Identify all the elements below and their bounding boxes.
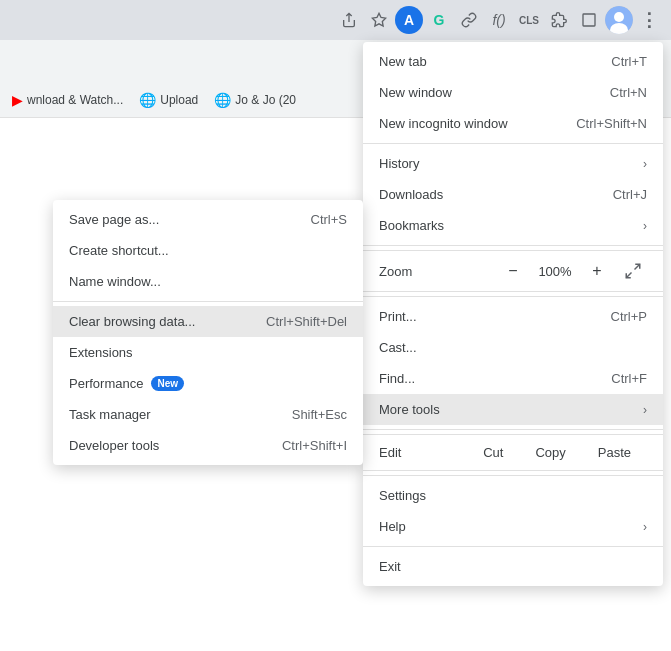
- svg-line-6: [626, 273, 631, 278]
- create-shortcut-item[interactable]: Create shortcut...: [53, 235, 363, 266]
- zoom-fullscreen-button[interactable]: [619, 257, 647, 285]
- chrome-window-icon[interactable]: [575, 6, 603, 34]
- print-item[interactable]: Print... Ctrl+P: [363, 301, 663, 332]
- more-tools-item[interactable]: More tools ›: [363, 394, 663, 425]
- bookmarks-item[interactable]: Bookmarks ›: [363, 210, 663, 241]
- star-icon[interactable]: [365, 6, 393, 34]
- math-icon[interactable]: f(): [485, 6, 513, 34]
- cls-icon[interactable]: CLS: [515, 6, 543, 34]
- downloads-item[interactable]: Downloads Ctrl+J: [363, 179, 663, 210]
- cut-button[interactable]: Cut: [467, 439, 519, 466]
- more-tools-submenu: Save page as... Ctrl+S Create shortcut..…: [53, 200, 363, 465]
- menu-divider-2: [363, 245, 663, 246]
- bookmarks-arrow: ›: [643, 219, 647, 233]
- globe2-icon: 🌐: [214, 92, 231, 108]
- more-tools-arrow: ›: [643, 403, 647, 417]
- bookmark-item-upload[interactable]: 🌐 Upload: [139, 92, 198, 108]
- globe-icon: 🌐: [139, 92, 156, 108]
- svg-line-5: [635, 264, 640, 269]
- exit-item[interactable]: Exit: [363, 551, 663, 582]
- bookmark-item-download[interactable]: ▶ wnload & Watch...: [12, 92, 123, 108]
- new-window-item[interactable]: New window Ctrl+N: [363, 77, 663, 108]
- task-manager-item[interactable]: Task manager Shift+Esc: [53, 399, 363, 430]
- name-window-item[interactable]: Name window...: [53, 266, 363, 297]
- chrome-toolbar: A G f() CLS ⋮: [0, 0, 671, 40]
- grammarly-icon[interactable]: G: [425, 6, 453, 34]
- settings-item[interactable]: Settings: [363, 480, 663, 511]
- link-icon[interactable]: [455, 6, 483, 34]
- paste-button[interactable]: Paste: [582, 439, 647, 466]
- cast-item[interactable]: Cast...: [363, 332, 663, 363]
- new-tab-item[interactable]: New tab Ctrl+T: [363, 46, 663, 77]
- menu-divider-5: [363, 475, 663, 476]
- extensions-icon[interactable]: [545, 6, 573, 34]
- profile-icon[interactable]: A: [395, 6, 423, 34]
- chrome-menu: New tab Ctrl+T New window Ctrl+N New inc…: [363, 42, 663, 586]
- zoom-row: Zoom − 100% +: [363, 250, 663, 292]
- bookmark-item-jojo[interactable]: 🌐 Jo & Jo (20: [214, 92, 296, 108]
- extensions-item[interactable]: Extensions: [53, 337, 363, 368]
- history-arrow: ›: [643, 157, 647, 171]
- new-badge: New: [151, 376, 184, 391]
- menu-divider-6: [363, 546, 663, 547]
- menu-divider-1: [363, 143, 663, 144]
- history-item[interactable]: History ›: [363, 148, 663, 179]
- zoom-value: 100%: [535, 264, 575, 279]
- save-page-as-item[interactable]: Save page as... Ctrl+S: [53, 204, 363, 235]
- submenu-divider: [53, 301, 363, 302]
- youtube-icon: ▶: [12, 92, 23, 108]
- copy-button[interactable]: Copy: [519, 439, 581, 466]
- svg-marker-0: [372, 13, 385, 26]
- menu-divider-3: [363, 296, 663, 297]
- edit-row: Edit Cut Copy Paste: [363, 434, 663, 471]
- more-menu-icon[interactable]: ⋮: [635, 6, 663, 34]
- new-incognito-item[interactable]: New incognito window Ctrl+Shift+N: [363, 108, 663, 139]
- help-item[interactable]: Help ›: [363, 511, 663, 542]
- clear-browsing-data-item[interactable]: Clear browsing data... Ctrl+Shift+Del: [53, 306, 363, 337]
- menu-divider-4: [363, 429, 663, 430]
- help-arrow: ›: [643, 520, 647, 534]
- avatar-icon[interactable]: [605, 6, 633, 34]
- svg-rect-1: [583, 14, 595, 26]
- share-icon[interactable]: [335, 6, 363, 34]
- developer-tools-item[interactable]: Developer tools Ctrl+Shift+I: [53, 430, 363, 461]
- find-item[interactable]: Find... Ctrl+F: [363, 363, 663, 394]
- zoom-minus-button[interactable]: −: [499, 257, 527, 285]
- zoom-plus-button[interactable]: +: [583, 257, 611, 285]
- svg-point-3: [614, 12, 624, 22]
- performance-item[interactable]: Performance New: [53, 368, 363, 399]
